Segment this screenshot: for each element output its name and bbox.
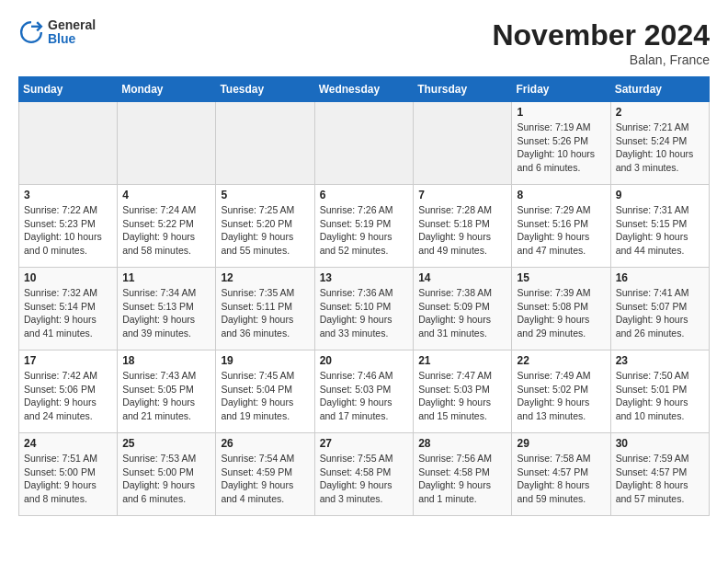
calendar-cell: 30Sunrise: 7:59 AMSunset: 4:57 PMDayligh… bbox=[610, 433, 709, 516]
calendar-cell: 21Sunrise: 7:47 AMSunset: 5:03 PMDayligh… bbox=[414, 350, 512, 433]
calendar-cell: 23Sunrise: 7:50 AMSunset: 5:01 PMDayligh… bbox=[610, 350, 709, 433]
day-number: 2 bbox=[616, 106, 704, 119]
calendar-week-2: 10Sunrise: 7:32 AMSunset: 5:14 PMDayligh… bbox=[19, 268, 710, 350]
logo-blue: Blue bbox=[48, 32, 96, 46]
calendar-cell: 26Sunrise: 7:54 AMSunset: 4:59 PMDayligh… bbox=[216, 433, 314, 516]
day-number: 3 bbox=[24, 189, 112, 201]
day-info: Sunrise: 7:59 AMSunset: 4:57 PMDaylight:… bbox=[616, 452, 704, 506]
day-info: Sunrise: 7:47 AMSunset: 5:03 PMDaylight:… bbox=[418, 369, 506, 423]
calendar-cell: 19Sunrise: 7:45 AMSunset: 5:04 PMDayligh… bbox=[216, 350, 314, 433]
day-number: 9 bbox=[616, 189, 704, 201]
day-number: 18 bbox=[122, 354, 210, 367]
day-info: Sunrise: 7:56 AMSunset: 4:58 PMDaylight:… bbox=[418, 452, 506, 506]
calendar-cell bbox=[216, 102, 314, 185]
day-number: 17 bbox=[24, 354, 112, 367]
weekday-header-thursday: Thursday bbox=[414, 77, 512, 102]
day-number: 30 bbox=[616, 437, 704, 450]
calendar-cell: 27Sunrise: 7:55 AMSunset: 4:58 PMDayligh… bbox=[314, 433, 414, 516]
day-number: 12 bbox=[221, 271, 309, 284]
logo: General Blue bbox=[18, 18, 96, 47]
page-title: November 2024 bbox=[492, 18, 710, 52]
day-number: 10 bbox=[24, 271, 112, 284]
calendar-cell: 4Sunrise: 7:24 AMSunset: 5:22 PMDaylight… bbox=[118, 185, 216, 268]
calendar-cell: 22Sunrise: 7:49 AMSunset: 5:02 PMDayligh… bbox=[512, 350, 610, 433]
day-number: 29 bbox=[517, 437, 605, 450]
weekday-header-monday: Monday bbox=[118, 77, 216, 102]
day-info: Sunrise: 7:54 AMSunset: 4:59 PMDaylight:… bbox=[221, 452, 309, 506]
day-number: 8 bbox=[517, 189, 605, 201]
page-header: General Blue November 2024 Balan, France bbox=[18, 18, 710, 67]
calendar-week-4: 24Sunrise: 7:51 AMSunset: 5:00 PMDayligh… bbox=[19, 433, 710, 516]
day-info: Sunrise: 7:46 AMSunset: 5:03 PMDaylight:… bbox=[320, 369, 409, 423]
logo-icon bbox=[18, 19, 44, 45]
calendar-cell: 1Sunrise: 7:19 AMSunset: 5:26 PMDaylight… bbox=[512, 102, 610, 185]
day-info: Sunrise: 7:39 AMSunset: 5:08 PMDaylight:… bbox=[517, 286, 605, 340]
calendar-cell: 11Sunrise: 7:34 AMSunset: 5:13 PMDayligh… bbox=[118, 268, 216, 350]
day-number: 26 bbox=[221, 437, 309, 450]
day-info: Sunrise: 7:58 AMSunset: 4:57 PMDaylight:… bbox=[517, 452, 605, 506]
day-info: Sunrise: 7:51 AMSunset: 5:00 PMDaylight:… bbox=[24, 452, 112, 506]
calendar-cell: 29Sunrise: 7:58 AMSunset: 4:57 PMDayligh… bbox=[512, 433, 610, 516]
weekday-header-sunday: Sunday bbox=[19, 77, 118, 102]
calendar-cell: 18Sunrise: 7:43 AMSunset: 5:05 PMDayligh… bbox=[118, 350, 216, 433]
calendar-cell: 16Sunrise: 7:41 AMSunset: 5:07 PMDayligh… bbox=[610, 268, 709, 350]
calendar-cell: 15Sunrise: 7:39 AMSunset: 5:08 PMDayligh… bbox=[512, 268, 610, 350]
page-subtitle: Balan, France bbox=[492, 52, 710, 67]
day-number: 4 bbox=[122, 189, 210, 201]
day-number: 28 bbox=[418, 437, 506, 450]
day-number: 13 bbox=[320, 271, 409, 284]
day-info: Sunrise: 7:45 AMSunset: 5:04 PMDaylight:… bbox=[221, 369, 309, 423]
day-number: 14 bbox=[418, 271, 506, 284]
calendar-cell: 24Sunrise: 7:51 AMSunset: 5:00 PMDayligh… bbox=[19, 433, 118, 516]
calendar-cell: 6Sunrise: 7:26 AMSunset: 5:19 PMDaylight… bbox=[314, 185, 414, 268]
calendar-cell: 5Sunrise: 7:25 AMSunset: 5:20 PMDaylight… bbox=[216, 185, 314, 268]
day-info: Sunrise: 7:24 AMSunset: 5:22 PMDaylight:… bbox=[122, 203, 210, 258]
calendar-week-1: 3Sunrise: 7:22 AMSunset: 5:23 PMDaylight… bbox=[19, 185, 710, 268]
calendar-cell: 9Sunrise: 7:31 AMSunset: 5:15 PMDaylight… bbox=[610, 185, 709, 268]
calendar-body: 1Sunrise: 7:19 AMSunset: 5:26 PMDaylight… bbox=[19, 102, 710, 516]
day-number: 15 bbox=[517, 271, 605, 284]
calendar-cell bbox=[19, 102, 118, 185]
weekday-header-friday: Friday bbox=[512, 77, 610, 102]
calendar-cell: 14Sunrise: 7:38 AMSunset: 5:09 PMDayligh… bbox=[414, 268, 512, 350]
day-number: 27 bbox=[320, 437, 409, 450]
day-info: Sunrise: 7:38 AMSunset: 5:09 PMDaylight:… bbox=[418, 286, 506, 340]
day-info: Sunrise: 7:26 AMSunset: 5:19 PMDaylight:… bbox=[320, 203, 409, 258]
day-info: Sunrise: 7:25 AMSunset: 5:20 PMDaylight:… bbox=[221, 203, 309, 258]
day-info: Sunrise: 7:49 AMSunset: 5:02 PMDaylight:… bbox=[517, 369, 605, 423]
calendar-cell: 7Sunrise: 7:28 AMSunset: 5:18 PMDaylight… bbox=[414, 185, 512, 268]
day-number: 21 bbox=[418, 354, 506, 367]
calendar-cell: 20Sunrise: 7:46 AMSunset: 5:03 PMDayligh… bbox=[314, 350, 414, 433]
day-number: 11 bbox=[122, 271, 210, 284]
day-info: Sunrise: 7:42 AMSunset: 5:06 PMDaylight:… bbox=[24, 369, 112, 423]
calendar-table: SundayMondayTuesdayWednesdayThursdayFrid… bbox=[18, 76, 710, 516]
logo-text: General Blue bbox=[48, 18, 96, 47]
calendar-cell: 12Sunrise: 7:35 AMSunset: 5:11 PMDayligh… bbox=[216, 268, 314, 350]
day-info: Sunrise: 7:36 AMSunset: 5:10 PMDaylight:… bbox=[320, 286, 409, 340]
calendar-week-0: 1Sunrise: 7:19 AMSunset: 5:26 PMDaylight… bbox=[19, 102, 710, 185]
calendar-week-3: 17Sunrise: 7:42 AMSunset: 5:06 PMDayligh… bbox=[19, 350, 710, 433]
day-number: 1 bbox=[517, 106, 605, 119]
calendar-cell: 10Sunrise: 7:32 AMSunset: 5:14 PMDayligh… bbox=[19, 268, 118, 350]
day-number: 5 bbox=[221, 189, 309, 201]
logo-general: General bbox=[48, 18, 96, 32]
day-info: Sunrise: 7:50 AMSunset: 5:01 PMDaylight:… bbox=[616, 369, 704, 423]
day-number: 24 bbox=[24, 437, 112, 450]
day-number: 20 bbox=[320, 354, 409, 367]
calendar-cell: 8Sunrise: 7:29 AMSunset: 5:16 PMDaylight… bbox=[512, 185, 610, 268]
day-info: Sunrise: 7:29 AMSunset: 5:16 PMDaylight:… bbox=[517, 203, 605, 258]
calendar-cell: 28Sunrise: 7:56 AMSunset: 4:58 PMDayligh… bbox=[414, 433, 512, 516]
day-number: 23 bbox=[616, 354, 704, 367]
weekday-header-tuesday: Tuesday bbox=[216, 77, 314, 102]
calendar-header: SundayMondayTuesdayWednesdayThursdayFrid… bbox=[19, 77, 710, 102]
day-info: Sunrise: 7:53 AMSunset: 5:00 PMDaylight:… bbox=[122, 452, 210, 506]
day-info: Sunrise: 7:31 AMSunset: 5:15 PMDaylight:… bbox=[616, 203, 704, 258]
day-info: Sunrise: 7:35 AMSunset: 5:11 PMDaylight:… bbox=[221, 286, 309, 340]
day-info: Sunrise: 7:21 AMSunset: 5:24 PMDaylight:… bbox=[616, 121, 704, 175]
weekday-header-wednesday: Wednesday bbox=[314, 77, 414, 102]
calendar-cell: 25Sunrise: 7:53 AMSunset: 5:00 PMDayligh… bbox=[118, 433, 216, 516]
calendar-cell: 2Sunrise: 7:21 AMSunset: 5:24 PMDaylight… bbox=[610, 102, 709, 185]
day-info: Sunrise: 7:32 AMSunset: 5:14 PMDaylight:… bbox=[24, 286, 112, 340]
calendar-cell bbox=[314, 102, 414, 185]
title-block: November 2024 Balan, France bbox=[492, 18, 710, 67]
